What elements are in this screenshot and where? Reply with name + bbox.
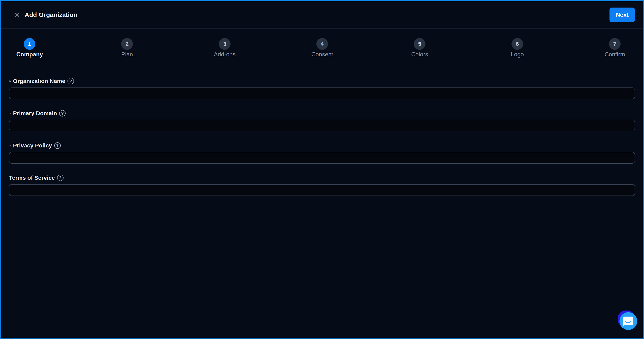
chat-launcher-button[interactable]: [618, 310, 638, 332]
help-icon[interactable]: ?: [57, 174, 64, 181]
company-form: * Organization Name ? * Primary Domain ?…: [9, 77, 635, 206]
required-asterisk: *: [9, 79, 11, 85]
privacy-policy-label: Privacy Policy: [13, 142, 52, 149]
step-label-logo: Logo: [511, 51, 524, 58]
page-title: Add Organization: [25, 11, 78, 18]
step-connector: [526, 44, 606, 44]
step-indicator-7[interactable]: 7: [609, 38, 620, 50]
terms-of-service-label: Terms of Service: [9, 174, 55, 181]
primary-domain-input[interactable]: [9, 120, 635, 132]
step-label-confirm: Confirm: [604, 51, 625, 58]
step-connector: [331, 44, 411, 44]
step-label-company: Company: [16, 51, 43, 58]
step-indicator-5[interactable]: 5: [414, 38, 426, 50]
organization-name-label: Organization Name: [13, 78, 65, 84]
wizard-stepper: 1 Company 2 Plan 3 Add-ons 4 Consent 5 C…: [1, 29, 643, 76]
field-organization-name: * Organization Name ?: [9, 77, 635, 99]
step-indicator-4[interactable]: 4: [316, 38, 328, 50]
step-label-add-ons: Add-ons: [214, 51, 236, 58]
required-asterisk: *: [9, 111, 11, 117]
step-indicator-2[interactable]: 2: [121, 38, 133, 50]
field-label-row: * Primary Domain ?: [9, 110, 635, 117]
step-connector: [38, 44, 118, 44]
step-indicator-6[interactable]: 6: [512, 38, 523, 50]
help-icon[interactable]: ?: [68, 78, 74, 84]
step-connector: [428, 44, 509, 44]
field-label-row: * Privacy Policy ?: [9, 142, 635, 149]
field-primary-domain: * Primary Domain ?: [9, 110, 635, 132]
field-label-row: Terms of Service ?: [9, 174, 635, 182]
primary-domain-label: Primary Domain: [13, 110, 57, 116]
step-label-colors: Colors: [411, 51, 428, 58]
close-icon[interactable]: ✕: [12, 10, 22, 20]
step-connector: [233, 44, 314, 44]
terms-of-service-input[interactable]: [9, 184, 635, 196]
field-terms-of-service: Terms of Service ?: [9, 174, 635, 196]
step-label-consent: Consent: [311, 51, 333, 58]
privacy-policy-input[interactable]: [9, 152, 635, 164]
step-connector: [136, 44, 216, 44]
field-label-row: * Organization Name ?: [9, 77, 635, 85]
intercom-messenger-icon: [618, 310, 638, 332]
step-indicator-1[interactable]: 1: [24, 38, 36, 50]
step-indicator-3[interactable]: 3: [219, 38, 230, 50]
required-asterisk: *: [9, 143, 11, 150]
next-button[interactable]: Next: [610, 8, 635, 22]
modal-header: ✕ Add Organization Next: [1, 1, 643, 29]
step-label-plan: Plan: [121, 51, 133, 58]
help-icon[interactable]: ?: [59, 110, 66, 116]
help-icon[interactable]: ?: [54, 142, 61, 149]
add-organization-modal: ✕ Add Organization Next 1 Company 2 Plan…: [0, 0, 644, 339]
field-privacy-policy: * Privacy Policy ?: [9, 142, 635, 164]
organization-name-input[interactable]: [9, 88, 635, 99]
